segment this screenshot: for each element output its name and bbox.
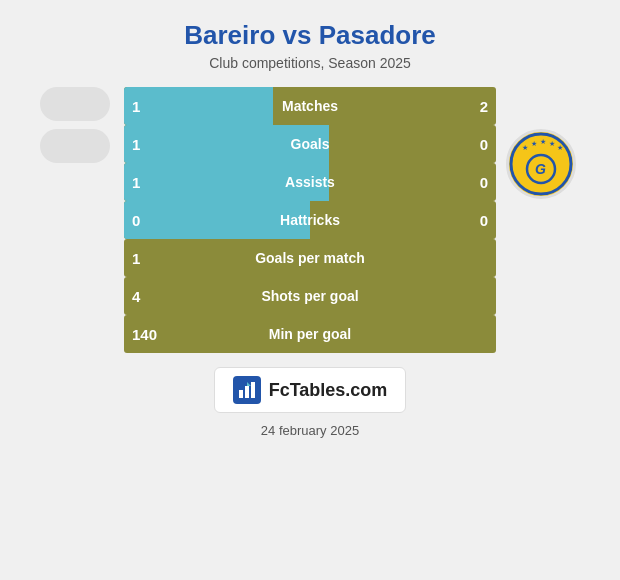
svg-rect-10 xyxy=(251,382,255,398)
stat-left-value: 140 xyxy=(132,326,157,343)
svg-marker-11 xyxy=(247,382,251,386)
stat-right-value: 0 xyxy=(480,212,488,229)
stat-bar-wrapper: 1Goals per match xyxy=(124,239,496,277)
stat-bar-wrapper: 140Min per goal xyxy=(124,315,496,353)
svg-text:★: ★ xyxy=(557,144,563,151)
stat-row: 1Assists0 xyxy=(124,163,496,201)
footer-date: 24 february 2025 xyxy=(261,423,359,438)
svg-text:★: ★ xyxy=(540,138,546,145)
team-logo: ★ ★ ★ ★ ★ G xyxy=(506,129,576,199)
stat-bar-wrapper: 4Shots per goal xyxy=(124,277,496,315)
stat-row: 1Goals per match xyxy=(124,239,496,277)
stat-right-value: 0 xyxy=(480,174,488,191)
stat-left-value: 4 xyxy=(132,288,140,305)
stat-left-value: 1 xyxy=(132,250,140,267)
fctables-logo: FcTables.com xyxy=(214,367,407,413)
stat-row: 1Matches2 xyxy=(124,87,496,125)
page-title: Bareiro vs Pasadore xyxy=(184,20,435,51)
logo-text: FcTables.com xyxy=(269,380,388,401)
stat-label: Goals per match xyxy=(255,250,365,266)
stat-label: Hattricks xyxy=(280,212,340,228)
svg-rect-8 xyxy=(239,390,243,398)
svg-text:★: ★ xyxy=(531,140,537,147)
stat-label: Min per goal xyxy=(269,326,351,342)
stat-bar-wrapper: 1Assists0 xyxy=(124,163,496,201)
stat-label: Shots per goal xyxy=(261,288,358,304)
stat-row: 140Min per goal xyxy=(124,315,496,353)
stat-left-value: 1 xyxy=(132,174,140,191)
stat-right-value: 2 xyxy=(480,98,488,115)
stat-bar-wrapper: 1Goals0 xyxy=(124,125,496,163)
page-wrapper: Bareiro vs Pasadore Club competitions, S… xyxy=(0,0,620,580)
page-subtitle: Club competitions, Season 2025 xyxy=(209,55,411,71)
stat-label: Goals xyxy=(291,136,330,152)
stat-left-value: 1 xyxy=(132,98,140,115)
stat-left-value: 0 xyxy=(132,212,140,229)
svg-text:★: ★ xyxy=(549,140,555,147)
svg-text:★: ★ xyxy=(522,144,528,151)
left-avatar-1 xyxy=(40,87,110,121)
stat-row: 0Hattricks0 xyxy=(124,201,496,239)
svg-text:G: G xyxy=(535,161,546,177)
stat-label: Assists xyxy=(285,174,335,190)
svg-rect-9 xyxy=(245,386,249,398)
stat-bar-fill xyxy=(124,87,273,125)
stat-bar-wrapper: 1Matches2 xyxy=(124,87,496,125)
logo-icon xyxy=(233,376,261,404)
stat-right-value: 0 xyxy=(480,136,488,153)
stat-row: 4Shots per goal xyxy=(124,277,496,315)
stat-bar-wrapper: 0Hattricks0 xyxy=(124,201,496,239)
stat-label: Matches xyxy=(282,98,338,114)
stat-row: 1Goals0 xyxy=(124,125,496,163)
left-avatar-2 xyxy=(40,129,110,163)
stat-left-value: 1 xyxy=(132,136,140,153)
